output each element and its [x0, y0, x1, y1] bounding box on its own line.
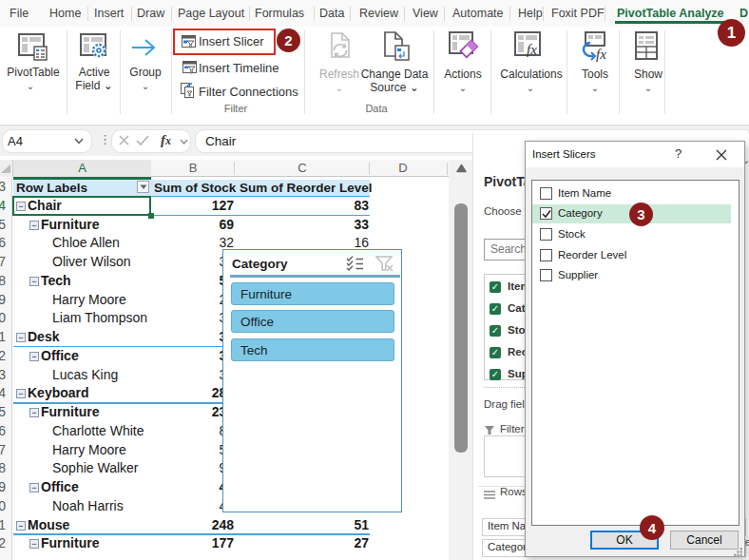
- svg-text:fx: fx: [596, 47, 606, 62]
- svg-text:fx: fx: [527, 42, 537, 57]
